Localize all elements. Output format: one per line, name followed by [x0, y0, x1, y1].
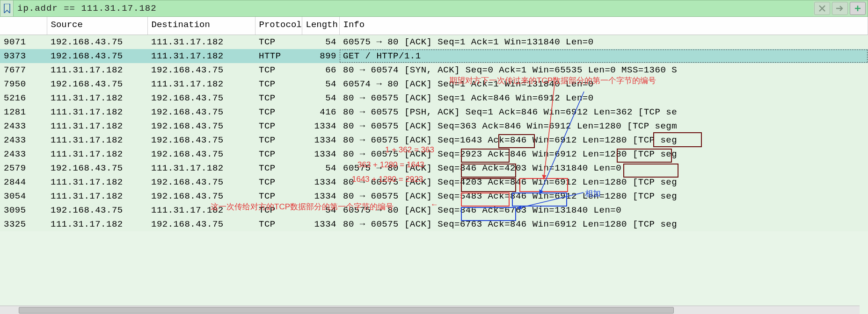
cell-source: 111.31.17.182 — [47, 147, 147, 161]
cell-info: 80 → 60575 [ACK] Seq=1 Ack=846 Win=6912 … — [339, 91, 868, 105]
cell-length: 66 — [302, 63, 339, 77]
cell-no: 3325 — [0, 217, 47, 231]
cell-info: GET / HTTP/1.1 — [339, 49, 868, 63]
packet-row[interactable]: 7950192.168.43.75111.31.17.182TCP5460574… — [0, 77, 868, 91]
cell-no: 2433 — [0, 133, 47, 147]
column-header-info[interactable]: Info — [339, 17, 868, 35]
cell-length: 1334 — [302, 175, 339, 189]
cell-source: 111.31.17.182 — [47, 119, 147, 133]
cell-length: 1334 — [302, 147, 339, 161]
column-header-source[interactable]: Source — [47, 17, 147, 35]
cell-destination: 192.168.43.75 — [147, 133, 255, 147]
cell-protocol: TCP — [255, 147, 302, 161]
horizontal-scrollbar[interactable] — [0, 306, 860, 314]
packet-row[interactable]: 2433111.31.17.182192.168.43.75TCP133480 … — [0, 133, 868, 147]
cell-destination: 111.31.17.182 — [147, 203, 255, 217]
column-header-protocol[interactable]: Protocol — [255, 17, 302, 35]
plus-icon — [854, 5, 861, 12]
cell-length: 54 — [302, 91, 339, 105]
cell-no: 9373 — [0, 49, 47, 63]
packet-row[interactable]: 9373192.168.43.75111.31.17.182HTTP899GET… — [0, 49, 868, 63]
packet-row[interactable]: 3095192.168.43.75111.31.17.182TCP5460575… — [0, 203, 868, 217]
cell-no: 7677 — [0, 63, 47, 77]
cell-source: 192.168.43.75 — [47, 161, 147, 175]
cell-info: 80 → 60575 [ACK] Seq=363 Ack=846 Win=691… — [339, 119, 868, 133]
cell-destination: 192.168.43.75 — [147, 105, 255, 119]
display-filter-input[interactable] — [14, 0, 813, 16]
cell-protocol: TCP — [255, 77, 302, 91]
cell-destination: 192.168.43.75 — [147, 63, 255, 77]
cell-info: 60575 → 80 [ACK] Seq=846 Ack=6763 Win=13… — [339, 203, 868, 217]
filter-apply-button[interactable] — [832, 2, 848, 15]
column-header-destination[interactable]: Destination — [147, 17, 255, 35]
packet-row[interactable]: 1281111.31.17.182192.168.43.75TCP41680 →… — [0, 105, 868, 119]
packet-table-header: Source Destination Protocol Length Info — [0, 17, 868, 35]
packet-row[interactable]: 7677111.31.17.182192.168.43.75TCP6680 → … — [0, 63, 868, 77]
cell-length: 1334 — [302, 189, 339, 203]
bookmark-icon — [3, 4, 11, 13]
filter-bookmark-button[interactable] — [0, 0, 14, 16]
cell-source: 111.31.17.182 — [47, 189, 147, 203]
cell-no: 2433 — [0, 147, 47, 161]
packet-row[interactable]: 2844111.31.17.182192.168.43.75TCP133480 … — [0, 175, 868, 189]
cell-destination: 192.168.43.75 — [147, 91, 255, 105]
cell-no: 2844 — [0, 175, 47, 189]
cell-protocol: TCP — [255, 133, 302, 147]
cell-protocol: TCP — [255, 35, 302, 50]
column-header-no[interactable] — [0, 17, 47, 35]
packet-row[interactable]: 5216111.31.17.182192.168.43.75TCP5480 → … — [0, 91, 868, 105]
cell-length: 1334 — [302, 217, 339, 231]
cell-destination: 192.168.43.75 — [147, 217, 255, 231]
packet-row[interactable]: 2433111.31.17.182192.168.43.75TCP133480 … — [0, 147, 868, 161]
cell-destination: 111.31.17.182 — [147, 35, 255, 50]
cell-no: 3095 — [0, 203, 47, 217]
cell-length: 54 — [302, 161, 339, 175]
cell-info: 80 → 60575 [ACK] Seq=1643 Ack=846 Win=69… — [339, 133, 868, 147]
scrollbar-thumb[interactable] — [19, 307, 674, 314]
packet-table[interactable]: Source Destination Protocol Length Info … — [0, 17, 868, 231]
cell-source: 192.168.43.75 — [47, 35, 147, 50]
cell-destination: 192.168.43.75 — [147, 119, 255, 133]
cell-info: 80 → 60575 [ACK] Seq=6763 Ack=846 Win=69… — [339, 217, 868, 231]
packet-row[interactable]: 2579192.168.43.75111.31.17.182TCP5460575… — [0, 161, 868, 175]
cell-source: 111.31.17.182 — [47, 175, 147, 189]
cell-info: 80 → 60575 [PSH, ACK] Seq=1 Ack=846 Win=… — [339, 105, 868, 119]
packet-list-pane: Source Destination Protocol Length Info … — [0, 17, 868, 306]
cell-source: 111.31.17.182 — [47, 105, 147, 119]
cell-no: 3054 — [0, 189, 47, 203]
cell-protocol: TCP — [255, 189, 302, 203]
close-icon — [818, 5, 826, 12]
cell-length: 54 — [302, 35, 339, 50]
cell-protocol: TCP — [255, 175, 302, 189]
cell-source: 111.31.17.182 — [47, 217, 147, 231]
cell-source: 192.168.43.75 — [47, 203, 147, 217]
cell-length: 1334 — [302, 119, 339, 133]
cell-length: 899 — [302, 49, 339, 63]
cell-info: 80 → 60575 [ACK] Seq=2923 Ack=846 Win=69… — [339, 147, 868, 161]
packet-row[interactable]: 3325111.31.17.182192.168.43.75TCP133480 … — [0, 217, 868, 231]
cell-protocol: TCP — [255, 161, 302, 175]
cell-info: 60575 → 80 [ACK] Seq=846 Ack=4203 Win=13… — [339, 161, 868, 175]
column-header-length[interactable]: Length — [302, 17, 339, 35]
arrow-right-icon — [836, 5, 844, 12]
filter-expression-button[interactable] — [850, 2, 866, 15]
cell-destination: 192.168.43.75 — [147, 147, 255, 161]
packet-row[interactable]: 9071192.168.43.75111.31.17.182TCP5460575… — [0, 35, 868, 50]
cell-info: 60575 → 80 [ACK] Seq=1 Ack=1 Win=131840 … — [339, 35, 868, 50]
cell-source: 192.168.43.75 — [47, 49, 147, 63]
cell-protocol: TCP — [255, 203, 302, 217]
cell-length: 54 — [302, 203, 339, 217]
packet-row[interactable]: 2433111.31.17.182192.168.43.75TCP133480 … — [0, 119, 868, 133]
cell-destination: 192.168.43.75 — [147, 175, 255, 189]
cell-protocol: TCP — [255, 63, 302, 77]
cell-destination: 111.31.17.182 — [147, 161, 255, 175]
cell-length: 416 — [302, 105, 339, 119]
cell-length: 1334 — [302, 133, 339, 147]
cell-info: 80 → 60574 [SYN, ACK] Seq=0 Ack=1 Win=65… — [339, 63, 868, 77]
cell-info: 80 → 60575 [ACK] Seq=4203 Ack=846 Win=69… — [339, 175, 868, 189]
cell-source: 192.168.43.75 — [47, 77, 147, 91]
cell-info: 60574 → 80 [ACK] Seq=1 Ack=1 Win=131840 … — [339, 77, 868, 91]
packet-row[interactable]: 3054111.31.17.182192.168.43.75TCP133480 … — [0, 189, 868, 203]
filter-clear-button[interactable] — [814, 2, 830, 15]
cell-no: 5216 — [0, 91, 47, 105]
